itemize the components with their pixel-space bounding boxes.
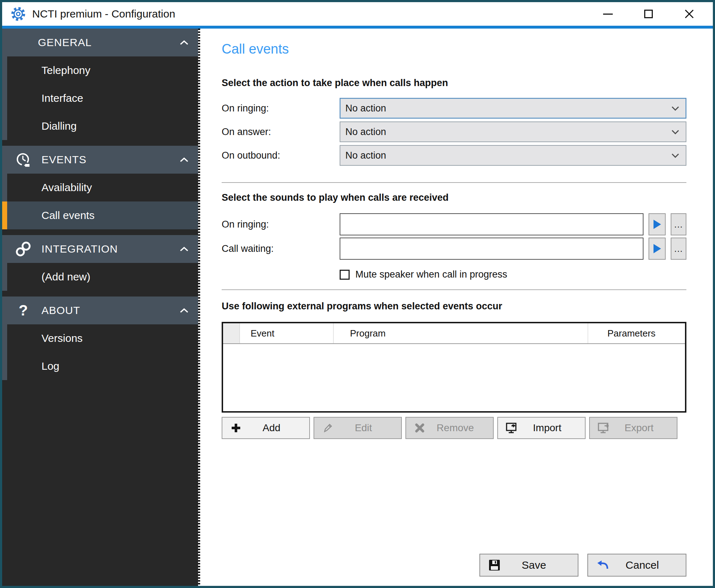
maximize-icon xyxy=(644,10,653,18)
sidebar-item-label: Call events xyxy=(41,209,94,221)
sidebar-item-label: Log xyxy=(41,360,59,372)
sidebar-item-label: (Add new) xyxy=(41,271,90,283)
section-header-about[interactable]: ? ABOUT xyxy=(2,297,198,324)
play-icon xyxy=(654,244,661,253)
add-button[interactable]: Add xyxy=(222,417,310,439)
question-mark-icon: ? xyxy=(14,302,32,319)
sidebar-item-add-new[interactable]: (Add new) xyxy=(2,263,198,291)
remove-button: Remove xyxy=(405,417,494,439)
browse-call-waiting-sound-button[interactable]: ... xyxy=(671,238,686,260)
call-waiting-sound-input[interactable] xyxy=(340,238,644,260)
browse-ringing-sound-button[interactable]: ... xyxy=(671,213,686,235)
sidebar-item-label: Interface xyxy=(41,92,83,104)
on-answer-label: On answer: xyxy=(222,126,340,138)
main-content: Call events Select the action to take pl… xyxy=(200,29,713,586)
nav-section-about: ? ABOUT Versions Log xyxy=(2,297,198,380)
button-label: Save xyxy=(501,559,578,571)
chevron-up-icon xyxy=(179,246,189,252)
item-accent-strip xyxy=(2,174,7,201)
mute-speaker-checkbox[interactable] xyxy=(340,270,350,280)
undo-arrow-icon xyxy=(596,559,610,571)
sounds-group: On ringing: ... Call waiting: ... xyxy=(222,213,686,260)
on-ringing-action-select[interactable]: No action xyxy=(340,98,686,119)
pencil-icon xyxy=(321,423,334,433)
ringing-sound-input[interactable] xyxy=(340,213,644,235)
item-accent-strip xyxy=(2,263,7,291)
import-monitor-icon xyxy=(505,422,518,434)
close-icon xyxy=(684,9,695,19)
menu-icon xyxy=(14,34,29,51)
select-value: No action xyxy=(345,103,671,114)
section-header-general[interactable]: GENERAL xyxy=(2,29,198,56)
column-header-select[interactable] xyxy=(223,323,240,343)
sidebar-item-dialling[interactable]: Dialling xyxy=(2,112,198,140)
call-waiting-sound-label: Call waiting: xyxy=(222,243,340,254)
column-header-program[interactable]: Program xyxy=(333,323,588,343)
ringing-sound-label: On ringing: xyxy=(222,219,340,230)
chevron-down-icon xyxy=(671,153,679,158)
button-label: Export xyxy=(610,422,677,434)
play-ringing-sound-button[interactable] xyxy=(649,213,666,235)
sidebar-item-availability[interactable]: Availability xyxy=(2,174,198,201)
section-label: INTEGRATION xyxy=(41,243,179,255)
cancel-button[interactable]: Cancel xyxy=(587,554,686,577)
sidebar-item-versions[interactable]: Versions xyxy=(2,324,198,352)
clock-arrow-icon xyxy=(14,151,32,169)
select-value: No action xyxy=(345,150,671,161)
save-button[interactable]: Save xyxy=(479,554,578,577)
column-header-parameters[interactable]: Parameters xyxy=(588,323,685,343)
button-label: Edit xyxy=(334,422,401,434)
chevron-up-icon xyxy=(179,40,189,45)
mute-speaker-row: Mute speaker when call in progress xyxy=(340,269,686,280)
page-title: Call events xyxy=(222,41,686,57)
button-label: Import xyxy=(518,422,585,434)
sidebar-item-interface[interactable]: Interface xyxy=(2,84,198,112)
sidebar-nav: GENERAL Telephony Interface Dialling xyxy=(2,29,198,586)
chevron-down-icon xyxy=(671,130,679,134)
app-window: NCTI premium - Configuration xyxy=(0,0,715,588)
section-divider xyxy=(222,289,686,290)
column-header-event[interactable]: Event xyxy=(240,323,333,343)
maximize-button[interactable] xyxy=(640,5,657,23)
play-call-waiting-sound-button[interactable] xyxy=(649,238,666,260)
programs-table-header: Event Program Parameters xyxy=(223,323,685,344)
sidebar-item-call-events[interactable]: Call events xyxy=(2,201,198,229)
section-label: EVENTS xyxy=(41,154,179,166)
chevron-down-icon xyxy=(671,106,679,111)
on-outbound-label: On outbound: xyxy=(222,150,340,161)
programs-table-body[interactable] xyxy=(223,344,685,411)
item-accent-strip xyxy=(2,324,7,352)
window-controls xyxy=(599,5,698,23)
on-outbound-action-select[interactable]: No action xyxy=(340,145,686,166)
section-header-events[interactable]: EVENTS xyxy=(2,146,198,174)
sidebar-item-label: Dialling xyxy=(41,120,77,132)
item-accent-strip xyxy=(2,56,7,84)
on-answer-action-select[interactable]: No action xyxy=(340,121,686,142)
programs-toolbar: Add Edit xyxy=(222,417,686,439)
item-accent-strip xyxy=(2,352,7,380)
close-button[interactable] xyxy=(681,5,698,23)
cross-icon xyxy=(413,423,426,433)
actions-section-heading: Select the action to take place when cal… xyxy=(222,78,686,89)
floppy-disk-icon xyxy=(488,559,501,572)
call-waiting-sound-row: Call waiting: ... xyxy=(222,238,686,260)
on-answer-action-row: On answer: No action xyxy=(222,121,686,142)
section-header-integration[interactable]: INTEGRATION xyxy=(2,235,198,263)
mute-speaker-label: Mute speaker when call in progress xyxy=(355,269,507,280)
import-button[interactable]: Import xyxy=(497,417,586,439)
item-accent-strip xyxy=(2,112,7,140)
sidebar-item-label: Versions xyxy=(41,332,83,344)
sidebar-item-log[interactable]: Log xyxy=(2,352,198,380)
edit-button: Edit xyxy=(314,417,402,439)
sidebar-item-label: Availability xyxy=(41,181,92,194)
programs-section-heading: Use following external programs when sel… xyxy=(222,301,686,312)
sidebar-item-telephony[interactable]: Telephony xyxy=(2,56,198,84)
minimize-icon xyxy=(603,14,613,15)
button-label: Cancel xyxy=(610,559,686,571)
on-outbound-action-row: On outbound: No action xyxy=(222,145,686,166)
minimize-button[interactable] xyxy=(599,5,616,23)
selected-accent-strip xyxy=(2,201,7,229)
chevron-up-icon xyxy=(179,157,189,163)
nav-section-general: GENERAL Telephony Interface Dialling xyxy=(2,29,198,140)
play-icon xyxy=(654,220,661,229)
